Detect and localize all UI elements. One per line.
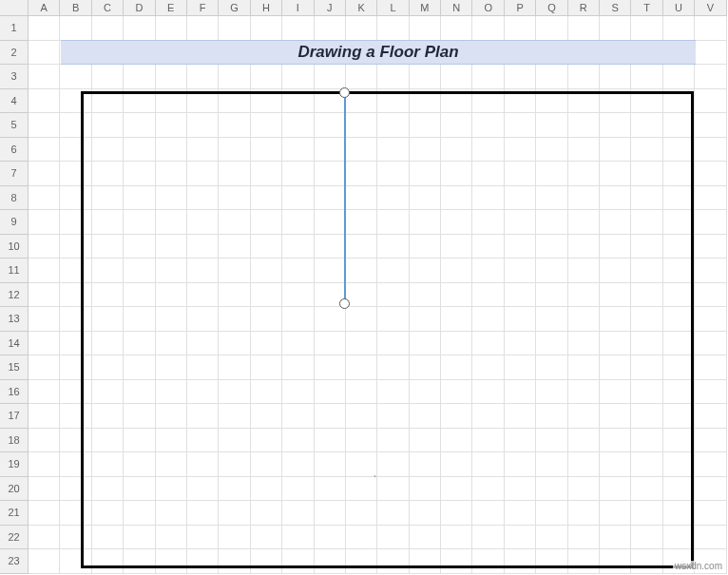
cell[interactable] <box>631 235 662 259</box>
cell[interactable] <box>156 210 187 235</box>
cell[interactable] <box>219 429 250 453</box>
row-header[interactable]: 3 <box>0 65 29 89</box>
cell[interactable] <box>251 113 282 138</box>
cell[interactable] <box>631 186 662 211</box>
cell[interactable] <box>377 210 409 235</box>
cell[interactable] <box>536 235 567 259</box>
cell[interactable] <box>156 477 187 502</box>
column-header[interactable]: B <box>60 0 91 16</box>
cell[interactable] <box>472 526 504 550</box>
cell[interactable] <box>441 235 472 259</box>
cell[interactable] <box>600 16 631 41</box>
cell[interactable] <box>410 138 441 163</box>
cell[interactable] <box>410 332 441 356</box>
cell[interactable] <box>410 429 441 453</box>
cell[interactable] <box>377 65 409 89</box>
cell[interactable] <box>187 501 219 526</box>
cell[interactable] <box>695 41 726 66</box>
cell[interactable] <box>568 404 600 429</box>
cell[interactable] <box>124 16 155 41</box>
cell[interactable] <box>600 526 631 550</box>
cell[interactable] <box>346 138 377 163</box>
cell[interactable] <box>315 307 346 332</box>
cell[interactable] <box>156 138 187 163</box>
cell[interactable] <box>219 65 250 89</box>
cell[interactable] <box>92 526 124 550</box>
cell[interactable] <box>663 526 695 550</box>
cell[interactable] <box>568 138 600 163</box>
cell[interactable] <box>377 235 409 259</box>
cell[interactable] <box>410 162 441 186</box>
cell[interactable] <box>219 113 250 138</box>
cell[interactable] <box>663 283 695 308</box>
cell[interactable] <box>631 65 662 89</box>
cell[interactable] <box>29 380 60 405</box>
cell[interactable] <box>92 332 124 356</box>
cell[interactable] <box>315 65 346 89</box>
cell[interactable] <box>568 283 600 308</box>
cell[interactable] <box>92 235 124 259</box>
cell[interactable] <box>377 259 409 283</box>
cell[interactable] <box>536 186 567 211</box>
cell[interactable] <box>505 429 536 453</box>
cell[interactable] <box>568 355 600 380</box>
cell[interactable] <box>346 526 377 550</box>
cell[interactable] <box>536 549 567 574</box>
cell[interactable] <box>156 501 187 526</box>
cell[interactable] <box>219 235 250 259</box>
cell[interactable] <box>219 259 250 283</box>
cell[interactable] <box>377 113 409 138</box>
cell[interactable] <box>505 210 536 235</box>
cell[interactable] <box>92 162 124 186</box>
cell[interactable] <box>663 65 695 89</box>
cell[interactable] <box>505 477 536 502</box>
cell[interactable] <box>505 162 536 186</box>
cell[interactable] <box>695 65 726 89</box>
cell[interactable] <box>695 16 726 41</box>
cell[interactable] <box>60 429 91 453</box>
cell[interactable] <box>568 452 600 477</box>
cell[interactable] <box>92 477 124 502</box>
cell[interactable] <box>251 501 282 526</box>
cell[interactable] <box>346 16 377 41</box>
cell[interactable] <box>600 380 631 405</box>
cell[interactable] <box>124 113 155 138</box>
cell[interactable] <box>124 235 155 259</box>
cell[interactable] <box>187 307 219 332</box>
cell[interactable] <box>346 65 377 89</box>
cell[interactable] <box>156 16 187 41</box>
cell[interactable] <box>600 429 631 453</box>
cell[interactable] <box>156 307 187 332</box>
cell[interactable] <box>251 89 282 114</box>
cell[interactable] <box>631 380 662 405</box>
cell[interactable] <box>124 429 155 453</box>
cell[interactable] <box>156 65 187 89</box>
column-header[interactable]: C <box>92 0 124 16</box>
cell[interactable] <box>315 235 346 259</box>
cell[interactable] <box>600 113 631 138</box>
cell[interactable] <box>29 41 60 66</box>
cell[interactable] <box>60 283 91 308</box>
column-header[interactable]: R <box>568 0 600 16</box>
cell[interactable] <box>695 162 726 186</box>
cell[interactable] <box>631 89 662 114</box>
cell[interactable] <box>29 307 60 332</box>
cell[interactable] <box>187 332 219 356</box>
cell[interactable] <box>187 65 219 89</box>
cell[interactable] <box>315 549 346 574</box>
cell[interactable] <box>472 138 504 163</box>
cell[interactable] <box>346 162 377 186</box>
cell[interactable] <box>695 210 726 235</box>
cell[interactable] <box>410 16 441 41</box>
cell[interactable] <box>505 501 536 526</box>
cell[interactable] <box>124 65 155 89</box>
cell[interactable] <box>282 404 314 429</box>
cell[interactable] <box>346 89 377 114</box>
cell[interactable] <box>441 477 472 502</box>
cell[interactable] <box>568 259 600 283</box>
cell[interactable] <box>219 16 250 41</box>
cell[interactable] <box>92 452 124 477</box>
cell[interactable] <box>187 429 219 453</box>
cell[interactable] <box>472 210 504 235</box>
cell[interactable] <box>156 380 187 405</box>
